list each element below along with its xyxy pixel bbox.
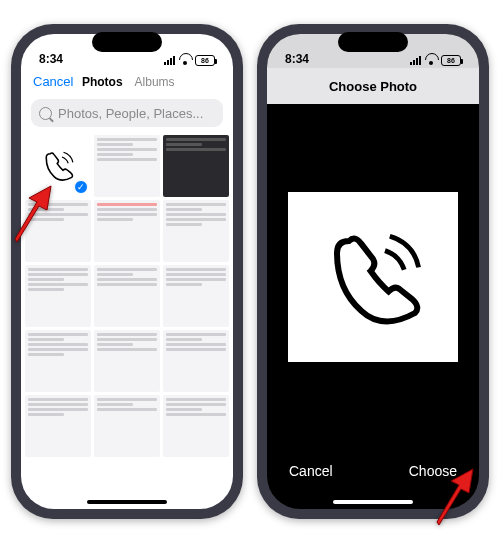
photo-thumb[interactable] bbox=[94, 265, 160, 327]
photo-thumb[interactable] bbox=[163, 135, 229, 197]
screen-photo-picker: 8:34 86 Cancel Photos Albums Photos, Peo… bbox=[21, 34, 233, 509]
phone-right: 8:34 86 Choose Photo Cancel Choose bbox=[257, 24, 489, 519]
home-indicator[interactable] bbox=[87, 500, 167, 504]
photo-crop-area[interactable] bbox=[267, 104, 479, 449]
screen-choose-photo: 8:34 86 Choose Photo Cancel Choose bbox=[267, 34, 479, 509]
battery-icon: 86 bbox=[195, 55, 215, 66]
tab-albums[interactable]: Albums bbox=[135, 75, 175, 89]
photo-thumb[interactable] bbox=[25, 265, 91, 327]
photo-thumb[interactable] bbox=[94, 200, 160, 262]
cellular-icon bbox=[410, 56, 421, 65]
dynamic-island bbox=[338, 32, 408, 52]
cancel-button[interactable]: Cancel bbox=[33, 74, 73, 89]
photo-thumb[interactable] bbox=[25, 330, 91, 392]
status-right: 86 bbox=[410, 55, 461, 66]
status-right: 86 bbox=[164, 55, 215, 66]
dynamic-island bbox=[92, 32, 162, 52]
photo-thumb-selected[interactable]: ✓ bbox=[25, 135, 91, 197]
photo-thumb[interactable] bbox=[163, 265, 229, 327]
photo-grid: ✓ bbox=[21, 131, 233, 509]
photo-thumb[interactable] bbox=[94, 330, 160, 392]
check-icon: ✓ bbox=[74, 180, 88, 194]
choose-photo-header: Choose Photo bbox=[267, 68, 479, 104]
photo-thumb[interactable] bbox=[163, 395, 229, 457]
battery-icon: 86 bbox=[441, 55, 461, 66]
picker-navbar: Cancel Photos Albums bbox=[21, 68, 233, 95]
search-placeholder: Photos, People, Places... bbox=[58, 106, 203, 121]
view-segment: Photos Albums bbox=[82, 75, 175, 89]
photo-thumb[interactable] bbox=[94, 135, 160, 197]
photo-thumb[interactable] bbox=[25, 200, 91, 262]
status-time: 8:34 bbox=[39, 52, 63, 66]
wifi-icon bbox=[425, 56, 437, 65]
wifi-icon bbox=[179, 56, 191, 65]
choose-photo-title: Choose Photo bbox=[329, 79, 417, 94]
tab-photos[interactable]: Photos bbox=[82, 75, 123, 89]
photo-thumb[interactable] bbox=[163, 330, 229, 392]
choose-button[interactable]: Choose bbox=[409, 463, 457, 479]
photo-thumb[interactable] bbox=[94, 395, 160, 457]
photo-thumb[interactable] bbox=[25, 395, 91, 457]
status-time: 8:34 bbox=[285, 52, 309, 66]
phone-left: 8:34 86 Cancel Photos Albums Photos, Peo… bbox=[11, 24, 243, 519]
cancel-button[interactable]: Cancel bbox=[289, 463, 333, 479]
home-indicator[interactable] bbox=[333, 500, 413, 504]
cellular-icon bbox=[164, 56, 175, 65]
photo-thumb[interactable] bbox=[163, 200, 229, 262]
search-bar[interactable]: Photos, People, Places... bbox=[31, 99, 223, 127]
phone-call-icon bbox=[313, 217, 433, 337]
search-icon bbox=[39, 107, 52, 120]
photo-preview bbox=[288, 192, 458, 362]
phone-call-icon bbox=[37, 146, 79, 185]
